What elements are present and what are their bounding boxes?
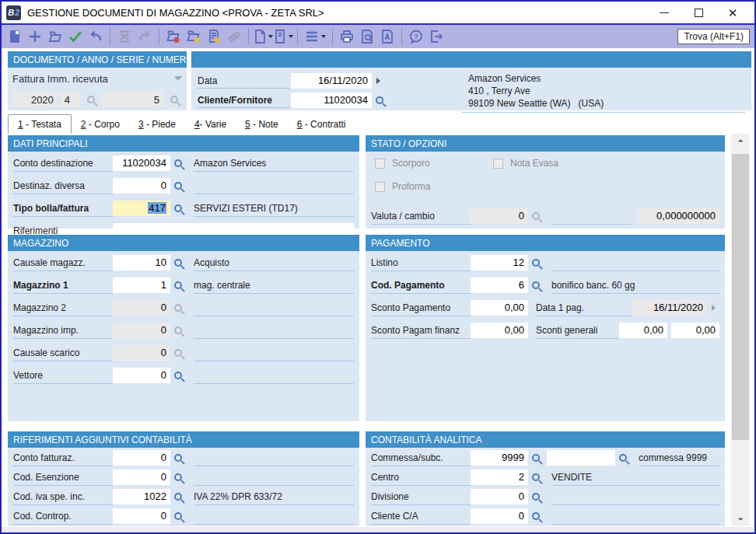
vettore-field[interactable]: 0 (113, 368, 170, 383)
listino-field[interactable]: 12 (471, 255, 528, 270)
pdf-button[interactable] (377, 26, 397, 47)
data-1-pag-field[interactable]: 16/11/2020 (632, 300, 707, 316)
listino-lookup-button[interactable] (528, 255, 544, 270)
scorporo-checkbox[interactable] (375, 159, 385, 169)
tab-note[interactable]: 5 - Note (236, 116, 288, 134)
tab-corpo[interactable]: 2 - Corpo (72, 116, 129, 134)
minimize-button[interactable] (647, 3, 681, 22)
delete-row-button[interactable] (114, 26, 135, 47)
magazzino-2-lookup-button[interactable] (170, 300, 186, 316)
chevron-down-icon (289, 35, 293, 38)
centro-field[interactable]: 2 (471, 469, 528, 485)
destinazione-diversa-lookup-button[interactable] (170, 178, 186, 194)
folder-yellow-button[interactable] (184, 26, 204, 47)
scrollbar-thumb[interactable] (732, 154, 749, 440)
field-label: Causale scarico (13, 344, 113, 361)
exit-button[interactable] (426, 26, 446, 47)
serie-lookup-button[interactable] (83, 92, 99, 107)
cliente-fornitore-field[interactable]: 11020034 (291, 92, 372, 108)
cod-iva-spese-lookup-button[interactable] (170, 489, 186, 504)
next-document-button[interactable] (273, 26, 293, 47)
commessa-field[interactable]: 9999 (471, 450, 528, 466)
data-1-pag-calendar-button[interactable] (707, 300, 719, 316)
prev-document-button[interactable] (253, 26, 273, 47)
cod-pagamento-field[interactable]: 6 (471, 277, 528, 293)
cod-contropartita-field[interactable]: 0 (113, 508, 170, 524)
tab-contratti[interactable]: 6 - Contratti (288, 116, 355, 134)
serie-field[interactable]: 4 (61, 92, 80, 107)
new-document-button[interactable] (5, 26, 25, 47)
cliente-ca-lookup-button[interactable] (528, 508, 544, 524)
menu-button[interactable] (302, 26, 328, 47)
field-description (551, 508, 719, 525)
magazzino-1-field[interactable]: 1 (113, 277, 170, 293)
scroll-down-button[interactable]: ⌄ (731, 508, 750, 526)
maximize-button[interactable] (681, 3, 716, 22)
sub-commessa-field[interactable] (547, 450, 615, 466)
tab-piede[interactable]: 3 - Piede (129, 116, 185, 134)
cod-esenzione-field[interactable]: 0 (113, 469, 170, 485)
cliente-ca-field[interactable]: 0 (471, 508, 528, 524)
prev-document-icon (253, 29, 267, 44)
print-preview-button[interactable] (357, 26, 377, 47)
commessa-lookup-button[interactable] (528, 450, 544, 466)
undo-button[interactable] (86, 26, 106, 47)
eraser-button[interactable] (224, 26, 244, 47)
conto-destinazione-field[interactable]: 11020034 (113, 155, 170, 171)
open-button[interactable] (45, 26, 65, 47)
divisione-field[interactable]: 0 (471, 489, 528, 504)
find-button[interactable]: Trova (Alt+F1) (677, 29, 750, 44)
magazzino-1-lookup-button[interactable] (170, 277, 186, 293)
cod-iva-spese-field[interactable]: 1022 (113, 489, 170, 504)
causale-magazzino-field[interactable]: 10 (113, 255, 170, 270)
sconto-pagam-finanz-field[interactable]: 0,00 (471, 323, 528, 338)
panel-title: CONTABILITÀ ANALITICA (366, 431, 725, 448)
sconti-generali-2-field[interactable]: 0,00 (671, 323, 719, 338)
valuta-lookup-button[interactable] (528, 208, 544, 224)
sconti-generali-1-field[interactable]: 0,00 (619, 323, 667, 338)
cliente-fornitore-lookup-button[interactable] (372, 92, 387, 108)
conto-fatturazione-lookup-button[interactable] (170, 450, 186, 466)
magazzino-2-field[interactable]: 0 (113, 300, 170, 316)
tab-varie[interactable]: 4- Varie (185, 116, 236, 134)
conto-destinazione-lookup-button[interactable] (170, 155, 186, 171)
document-type-select[interactable]: Fattura Imm. ricevuta (8, 68, 187, 89)
numero-lookup-button[interactable] (166, 92, 182, 107)
tab-testata[interactable]: 1 - Testata (8, 114, 72, 134)
cod-contropartita-lookup-button[interactable] (170, 508, 186, 524)
numero-field[interactable]: 5 (102, 92, 163, 107)
print-button[interactable] (337, 26, 357, 47)
vettore-lookup-button[interactable] (170, 368, 186, 383)
magazzino-imp-field[interactable]: 0 (113, 323, 170, 338)
close-button[interactable]: ✕ (716, 3, 750, 22)
folder-red-button[interactable] (163, 26, 184, 47)
causale-scarico-field[interactable]: 0 (113, 345, 170, 361)
divisione-lookup-button[interactable] (528, 489, 544, 504)
tipo-bolla-lookup-button[interactable] (170, 201, 186, 216)
anno-field[interactable]: 2020 (12, 92, 58, 107)
causale-magazzino-lookup-button[interactable] (170, 255, 186, 270)
confirm-button[interactable] (65, 26, 86, 47)
help-button[interactable]: ? (406, 26, 426, 47)
cod-esenzione-lookup-button[interactable] (170, 469, 186, 485)
valuta-field[interactable]: 0 (471, 208, 528, 224)
add-button[interactable] (25, 26, 45, 47)
restore-button[interactable] (135, 26, 155, 47)
conto-fatturazione-field[interactable]: 0 (113, 450, 170, 466)
nota-evasa-checkbox[interactable] (493, 159, 503, 169)
sconto-pagamento-field[interactable]: 0,00 (471, 300, 528, 316)
proforma-checkbox[interactable] (375, 182, 385, 192)
tipo-bolla-fattura-field[interactable]: 417 (113, 201, 170, 216)
vertical-scrollbar[interactable]: ⌃ ⌄ (731, 134, 750, 526)
centro-lookup-button[interactable] (528, 469, 544, 485)
destinazione-diversa-field[interactable]: 0 (113, 178, 170, 194)
sub-commessa-lookup-button[interactable] (615, 450, 631, 466)
data-calendar-button[interactable] (372, 73, 384, 89)
causale-scarico-lookup-button[interactable] (170, 345, 186, 361)
data-field[interactable]: 16/11/2020 (291, 73, 372, 89)
scroll-up-button[interactable]: ⌃ (731, 134, 750, 152)
cambio-field[interactable]: 0,000000000 (639, 208, 719, 224)
cod-pagamento-lookup-button[interactable] (528, 277, 544, 293)
document-yellow-button[interactable] (204, 26, 224, 47)
magazzino-imp-lookup-button[interactable] (170, 323, 186, 338)
